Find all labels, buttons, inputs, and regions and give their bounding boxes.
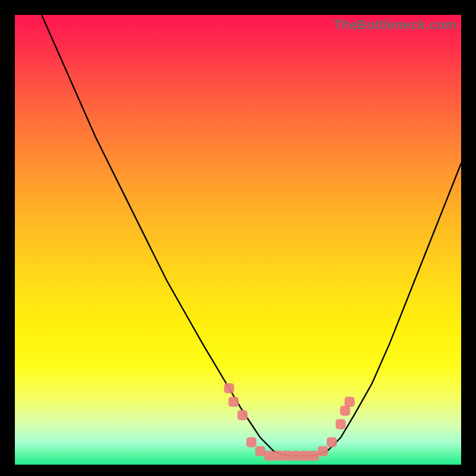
chart-frame: TheBottleneck.com xyxy=(0,0,476,476)
curve-marker xyxy=(237,410,248,420)
curve-marker xyxy=(273,450,283,461)
curve-marker xyxy=(345,397,355,407)
curve-marker xyxy=(327,437,337,447)
curve-marker xyxy=(336,419,346,430)
curve-marker xyxy=(300,450,310,461)
curve-marker xyxy=(246,437,256,447)
curve-marker xyxy=(318,446,328,456)
bottleneck-curve xyxy=(42,15,461,456)
plot-area: TheBottleneck.com xyxy=(15,15,461,465)
curve-marker xyxy=(291,450,301,461)
curve-marker xyxy=(224,383,234,393)
bottleneck-chart-svg xyxy=(15,15,461,465)
curve-marker xyxy=(255,446,265,456)
curve-marker xyxy=(264,450,274,461)
curve-markers-group xyxy=(224,383,355,461)
curve-marker xyxy=(340,406,350,416)
curve-marker xyxy=(228,397,239,407)
watermark-text: TheBottleneck.com xyxy=(334,17,456,33)
curve-marker xyxy=(282,450,292,461)
curve-marker xyxy=(309,450,319,461)
